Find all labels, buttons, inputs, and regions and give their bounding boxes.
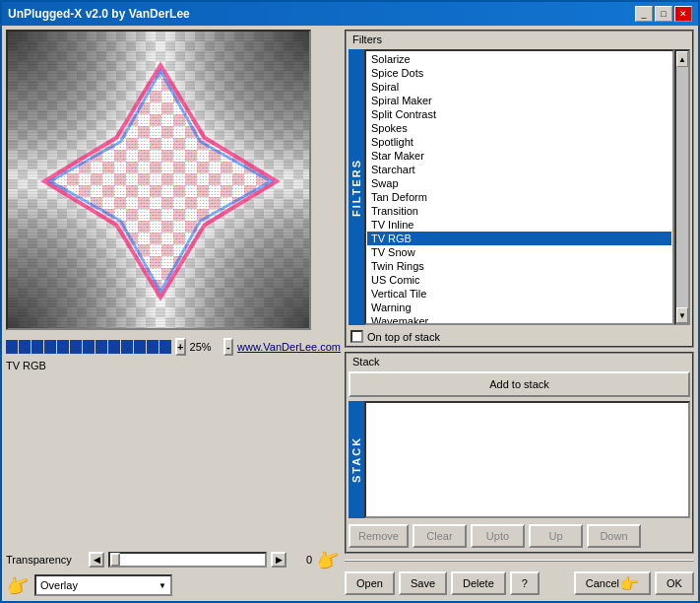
filters-group-label: Filters (347, 32, 692, 47)
filters-sidebar-label: FILTERS (349, 49, 364, 325)
zoom-segment (19, 340, 31, 354)
filter-item[interactable]: Transition (367, 204, 671, 218)
slider-right-arrow[interactable]: ▶ (271, 552, 286, 568)
transparency-row: Transparency ◀ ▶ 0 👉 (6, 548, 341, 571)
overlay-dropdown[interactable]: Overlay ▼ (34, 574, 172, 596)
filter-item[interactable]: Spiral (367, 80, 671, 94)
on-top-label: On top of stack (367, 331, 440, 343)
left-panel: + 25% - www.VanDerLee.com TV RGB Transpa… (6, 30, 341, 597)
stack-group: Stack Add to stack STACK Remove Clear Up… (345, 352, 694, 554)
main-window: UnPlugged-X v2.0 by VanDerLee _ □ ✕ (0, 0, 700, 603)
filter-item[interactable]: Spiral Maker (367, 94, 671, 107)
filter-item[interactable]: US Comic (367, 273, 671, 287)
zoom-segment (57, 340, 69, 354)
zoom-bar (6, 340, 171, 354)
dropdown-arrow-icon: ▼ (159, 581, 166, 590)
zoom-percent: 25% (190, 341, 220, 353)
overlay-value: Overlay (40, 579, 78, 591)
window-title: UnPlugged-X v2.0 by VanDerLee (8, 7, 190, 21)
transparency-slider[interactable] (108, 552, 267, 568)
stack-sidebar-label: STACK (349, 401, 364, 518)
scroll-down-arrow[interactable]: ▼ (676, 307, 688, 323)
filter-item[interactable]: Spotlight (367, 135, 671, 149)
filter-item[interactable]: Swap (367, 176, 671, 190)
zoom-segment (147, 340, 159, 354)
cancel-hand-icon: 👉 (619, 574, 639, 593)
filter-item[interactable]: Wavemaker (367, 314, 671, 325)
filter-item[interactable]: TV Snow (367, 245, 671, 259)
filter-item[interactable]: Tan Deform (367, 190, 671, 204)
filters-group: Filters FILTERS SolarizeSpice DotsSpiral… (345, 30, 694, 348)
zoom-out-button[interactable]: - (223, 338, 234, 356)
zoom-segment (32, 340, 43, 354)
filter-item[interactable]: Starchart (367, 163, 671, 176)
cancel-label: Cancel (586, 577, 619, 589)
help-button[interactable]: ? (510, 571, 540, 595)
stack-container: STACK (349, 401, 690, 518)
slider-thumb (110, 553, 120, 567)
minimize-button[interactable]: _ (635, 6, 653, 22)
filter-item[interactable]: Spice Dots (367, 66, 671, 80)
open-button[interactable]: Open (345, 571, 395, 595)
zoom-segment (134, 340, 146, 354)
filter-item[interactable]: Twin Rings (367, 259, 671, 273)
transparency-value: 0 (290, 554, 312, 566)
stack-action-buttons: Remove Clear Upto Up Down (349, 522, 690, 550)
zoom-segment (70, 340, 82, 354)
transparency-label: Transparency (6, 554, 85, 566)
preview-area (6, 30, 311, 330)
zoom-in-button[interactable]: + (175, 338, 186, 356)
right-panel: Filters FILTERS SolarizeSpice DotsSpiral… (345, 30, 694, 597)
filter-item[interactable]: Star Maker (367, 149, 671, 163)
filters-list[interactable]: SolarizeSpice DotsSpiralSpiral MakerSpli… (364, 49, 674, 325)
close-button[interactable]: ✕ (674, 6, 692, 22)
transparency-hand-icon: 👉 (313, 544, 345, 574)
zoom-segment (83, 340, 95, 354)
zoom-segment (121, 340, 133, 354)
zoom-segment (6, 340, 18, 354)
filter-item[interactable]: Vertical Tile (367, 287, 671, 301)
zoom-segment (95, 340, 107, 354)
upto-button[interactable]: Upto (471, 524, 525, 548)
ok-button[interactable]: OK (655, 571, 694, 595)
filter-item[interactable]: TV RGB (367, 232, 671, 245)
preview-canvas (8, 32, 311, 330)
on-top-checkbox[interactable] (350, 330, 363, 343)
filter-item[interactable]: Spokes (367, 121, 671, 135)
filter-item[interactable]: TV Inline (367, 218, 671, 232)
filter-item[interactable]: Split Contrast (367, 107, 671, 121)
title-bar-controls: _ □ ✕ (635, 6, 692, 22)
action-buttons: Open Save Delete ? Cancel 👉 OK (345, 568, 694, 597)
slider-left-arrow[interactable]: ◀ (89, 552, 104, 568)
zoom-segment (108, 340, 120, 354)
save-button[interactable]: Save (399, 571, 447, 595)
up-button[interactable]: Up (529, 524, 583, 548)
maximize-button[interactable]: □ (655, 6, 672, 22)
remove-button[interactable]: Remove (349, 524, 409, 548)
clear-button[interactable]: Clear (413, 524, 467, 548)
stack-list[interactable] (364, 401, 690, 518)
delete-button[interactable]: Delete (451, 571, 506, 595)
scroll-up-arrow[interactable]: ▲ (676, 51, 688, 67)
horizontal-divider (345, 560, 694, 562)
add-to-stack-button[interactable]: Add to stack (349, 371, 690, 397)
filters-container: FILTERS SolarizeSpice DotsSpiralSpiral M… (347, 47, 692, 327)
cancel-button[interactable]: Cancel 👉 (574, 571, 651, 595)
zoom-segment (159, 340, 171, 354)
overlay-row: 👉 Overlay ▼ (6, 573, 341, 597)
title-bar: UnPlugged-X v2.0 by VanDerLee _ □ ✕ (2, 2, 698, 26)
zoom-segment (44, 340, 56, 354)
filter-name-label: TV RGB (6, 358, 341, 373)
website-link[interactable]: www.VanDerLee.com (237, 341, 341, 353)
window-body: + 25% - www.VanDerLee.com TV RGB Transpa… (2, 26, 698, 601)
stack-body: Add to stack STACK Remove Clear Upto Up … (347, 369, 692, 552)
scroll-track[interactable] (676, 67, 688, 307)
filter-item[interactable]: Warning (367, 301, 671, 314)
down-button[interactable]: Down (587, 524, 641, 548)
filters-scrollbar: ▲ ▼ (674, 49, 690, 325)
zoom-row: + 25% - www.VanDerLee.com (6, 336, 341, 358)
on-top-checkbox-row: On top of stack (347, 327, 692, 346)
filter-item[interactable]: Solarize (367, 52, 671, 66)
stack-group-label: Stack (347, 354, 692, 369)
overlay-hand-icon: 👉 (3, 570, 34, 600)
